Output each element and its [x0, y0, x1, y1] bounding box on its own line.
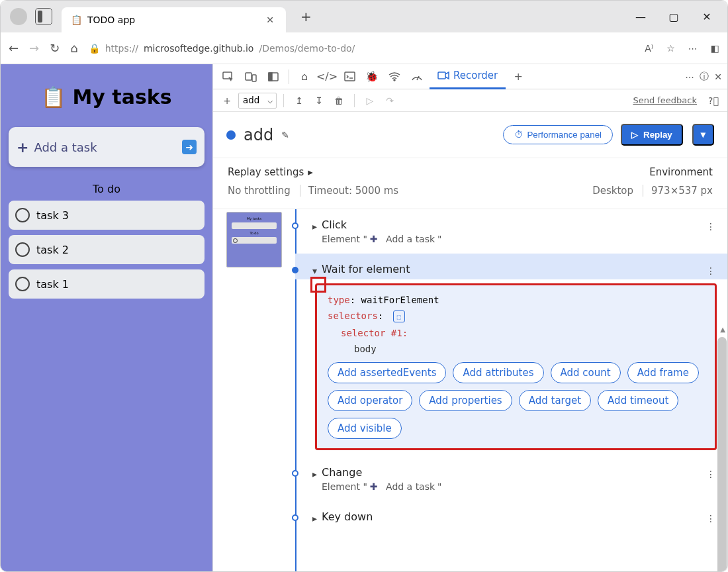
home-button[interactable]: ⌂	[70, 41, 77, 55]
step-wait-for-element[interactable]: ▾ Wait for element ⋮	[295, 254, 727, 279]
steps-timeline: My tasks To do ▸ Click Element "✚ Add a …	[213, 209, 727, 571]
menu-icon[interactable]: ⋯	[688, 43, 698, 54]
add-target-chip[interactable]: Add target	[519, 390, 591, 411]
add-operator-chip[interactable]: Add operator	[328, 390, 412, 411]
new-recording-button[interactable]: +	[218, 92, 236, 109]
chevron-right-icon[interactable]: ▸	[312, 469, 317, 479]
device-icon[interactable]	[241, 67, 261, 87]
add-visible-chip[interactable]: Add visible	[328, 418, 402, 439]
workspaces-icon[interactable]	[35, 8, 52, 25]
performance-panel-button[interactable]: ⏱Performance panel	[503, 125, 613, 144]
devtools-toolbar: ⌂ </> 🐞 Recorder + ⋯ ⓘ ✕	[213, 64, 727, 89]
recorder-help-icon[interactable]: ?⃝	[705, 92, 722, 109]
address-bar: ← → ↻ ⌂ 🔒 https://microsoftedge.github.i…	[1, 32, 727, 64]
browser-tab[interactable]: 📋 TODO app ✕	[62, 7, 286, 32]
add-timeout-chip[interactable]: Add timeout	[598, 390, 678, 411]
add-assertedevents-chip[interactable]: Add assertedEvents	[328, 362, 446, 383]
scrollbar-thumb[interactable]	[717, 337, 727, 571]
help-icon[interactable]: ⓘ	[700, 71, 709, 83]
environment-label: Environment	[471, 166, 713, 178]
step-details: type: waitForElement selectors: ⬚ select…	[315, 283, 717, 450]
timeline-node-icon	[292, 222, 298, 229]
console-tab-icon[interactable]	[340, 67, 359, 87]
clipboard-icon: 📋	[41, 85, 66, 109]
welcome-tab-icon[interactable]: ⌂	[295, 67, 314, 87]
task-item[interactable]: task 2	[9, 235, 205, 264]
replay-settings: Replay settings▸ No throttlingTimeout: 5…	[213, 158, 727, 209]
add-attributes-chip[interactable]: Add attributes	[453, 362, 543, 383]
task-item[interactable]: task 3	[9, 201, 205, 230]
scroll-up-icon[interactable]: ▲	[720, 326, 725, 333]
step-change[interactable]: ▸ Change Element "✚ Add a task" ⋮	[295, 457, 727, 501]
url-field[interactable]: 🔒 https://microsoftedge.github.io/Demos/…	[89, 43, 634, 54]
refresh-button[interactable]: ↻	[50, 41, 60, 55]
recording-selector[interactable]: add	[238, 93, 277, 109]
plus-icon: +	[17, 139, 28, 156]
highlight-box	[310, 277, 326, 293]
add-frame-chip[interactable]: Add frame	[627, 362, 699, 383]
recording-header: add ✎ ⏱Performance panel ▷Replay ▼	[213, 112, 727, 158]
replay-dropdown[interactable]: ▼	[692, 124, 714, 146]
import-icon[interactable]: ↧	[310, 92, 328, 109]
replay-settings-label[interactable]: Replay settings▸	[228, 166, 471, 178]
add-count-chip[interactable]: Add count	[551, 362, 621, 383]
select-element-icon[interactable]: ⬚	[393, 310, 405, 322]
maximize-button[interactable]: ▢	[661, 4, 686, 29]
step-icon: ↷	[381, 92, 398, 109]
edit-name-icon[interactable]: ✎	[281, 130, 289, 140]
step-keydown[interactable]: ▸ Key down ⋮	[295, 501, 727, 532]
read-aloud-icon[interactable]: A⁾	[645, 43, 653, 54]
export-icon[interactable]: ↥	[291, 92, 308, 109]
browser-titlebar: 📋 TODO app ✕ + — ▢ ✕	[1, 1, 727, 32]
add-properties-chip[interactable]: Add properties	[419, 390, 512, 411]
record-dot-icon	[226, 130, 236, 140]
step-menu-icon[interactable]: ⋮	[706, 469, 715, 479]
timeline-node-icon	[292, 470, 298, 477]
checkbox-icon[interactable]	[15, 208, 30, 222]
send-feedback-link[interactable]: Send feedback	[633, 95, 697, 105]
step-click[interactable]: ▸ Click Element "✚ Add a task" ⋮	[295, 209, 727, 254]
chevron-down-icon[interactable]: ▾	[312, 265, 317, 276]
svg-rect-1	[246, 73, 251, 80]
app-title: 📋My tasks	[41, 85, 171, 109]
back-button[interactable]: ←	[9, 41, 19, 55]
svg-rect-2	[252, 75, 256, 81]
recorder-tab[interactable]: Recorder	[430, 64, 506, 89]
network-tab-icon[interactable]	[385, 67, 404, 87]
checkbox-icon[interactable]	[15, 277, 30, 291]
delete-icon[interactable]: 🗑	[330, 92, 347, 109]
inspect-icon[interactable]	[218, 67, 238, 87]
chevron-right-icon[interactable]: ▸	[312, 221, 317, 232]
replay-button[interactable]: ▷Replay	[621, 124, 683, 146]
step-menu-icon[interactable]: ⋮	[706, 265, 715, 276]
devtools-close-icon[interactable]: ✕	[714, 72, 722, 82]
add-task-input[interactable]: + Add a task ➜	[9, 127, 205, 167]
dock-icon[interactable]	[263, 67, 283, 87]
close-tab-icon[interactable]: ✕	[266, 15, 274, 25]
play-icon: ▷	[631, 130, 638, 140]
more-tabs-button[interactable]: +	[508, 67, 528, 87]
sources-tab-icon[interactable]: 🐞	[362, 67, 382, 87]
elements-tab-icon[interactable]: </>	[317, 67, 337, 87]
recording-name: add	[244, 126, 273, 144]
gauge-icon: ⏱	[514, 130, 523, 140]
step-menu-icon[interactable]: ⋮	[706, 513, 715, 524]
checkbox-icon[interactable]	[15, 242, 30, 257]
profile-avatar[interactable]	[10, 8, 27, 25]
minimize-button[interactable]: —	[628, 4, 653, 29]
step-menu-icon[interactable]: ⋮	[706, 221, 715, 232]
camera-icon	[437, 71, 449, 80]
new-tab-button[interactable]: +	[300, 9, 312, 24]
submit-task-icon[interactable]: ➜	[182, 140, 197, 154]
todo-app: 📋My tasks + Add a task ➜ To do task 3 ta…	[1, 64, 212, 571]
sidebar-toggle-icon[interactable]: ◧	[711, 43, 719, 54]
recorder-toolbar: + add ↥ ↧ 🗑 ▷ ↷ Send feedback ?⃝	[213, 89, 727, 112]
chevron-right-icon[interactable]: ▸	[312, 513, 317, 524]
screenshot-thumbnail[interactable]: My tasks To do	[226, 212, 282, 267]
devtools-panel: ⌂ </> 🐞 Recorder + ⋯ ⓘ ✕ + add	[212, 64, 727, 571]
close-window-button[interactable]: ✕	[694, 4, 719, 29]
task-item[interactable]: task 1	[9, 269, 205, 299]
favorite-icon[interactable]: ☆	[666, 43, 675, 54]
devtools-more-icon[interactable]: ⋯	[685, 72, 694, 82]
performance-tab-icon[interactable]	[407, 67, 427, 87]
